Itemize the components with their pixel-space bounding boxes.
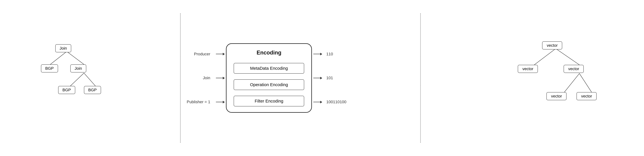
vtree-node-v2: vector: [518, 65, 538, 73]
arrow-in-1: [216, 78, 224, 78]
svg-line-5: [556, 49, 580, 65]
vtree-node-v3: vector: [564, 65, 584, 73]
input-labels: Producer Join Publisher = 1: [186, 42, 214, 114]
vtree-node-v5: vector: [576, 92, 596, 100]
query-tree: Join BGP Join BGP BGP: [40, 42, 94, 114]
vtree-node-v4: vector: [546, 92, 566, 100]
arrow-out-0: [313, 54, 322, 54]
encoding-area: Producer Join Publisher = 1 Encod: [172, 42, 430, 114]
arrows-right: [312, 42, 323, 114]
svg-line-3: [84, 73, 96, 86]
output-label-1: 101: [323, 76, 352, 80]
output-labels: 110 101 100110100: [323, 42, 352, 114]
arrows-left: [214, 42, 226, 114]
output-label-2: 100110100: [323, 100, 352, 104]
tree-node-bgp2: BGP: [58, 86, 75, 94]
vtree-lines: [509, 39, 602, 117]
svg-line-4: [534, 49, 556, 65]
right-panel: vector vector vector vector vector: [506, 13, 606, 143]
encoding-title: Encoding: [256, 50, 282, 56]
arrow-in-2: [216, 102, 224, 102]
tree-lines: [40, 42, 94, 114]
sub-box-metadata: MetaData Encoding: [234, 63, 304, 74]
encoding-box: Encoding MetaData Encoding Operation Enc…: [226, 43, 312, 113]
arrow-out-1: [313, 78, 322, 78]
output-label-0: 110: [323, 52, 352, 56]
svg-line-6: [564, 73, 580, 92]
arrow-out-2: [313, 102, 322, 102]
tree-node-join2: Join: [70, 64, 86, 72]
sub-box-filter: Filter Encoding: [234, 96, 304, 106]
vtree-node-v1: vector: [542, 41, 562, 49]
input-label-1: Join: [186, 76, 213, 80]
input-label-2: Publisher = 1: [186, 100, 213, 104]
left-panel: Join BGP Join BGP BGP: [38, 13, 96, 143]
vector-tree: vector vector vector vector vector: [509, 39, 602, 117]
svg-line-2: [70, 73, 84, 86]
tree-node-bgp3: BGP: [84, 86, 101, 94]
tree-node-join1: Join: [55, 44, 71, 52]
arrow-in-0: [216, 54, 224, 54]
middle-panel: Producer Join Publisher = 1 Encod: [172, 13, 430, 143]
svg-line-1: [67, 51, 84, 64]
sub-box-operation: Operation Encoding: [234, 79, 304, 90]
input-label-0: Producer: [186, 52, 213, 56]
svg-line-7: [580, 73, 592, 92]
tree-node-bgp1: BGP: [41, 64, 58, 72]
svg-line-0: [50, 51, 67, 64]
